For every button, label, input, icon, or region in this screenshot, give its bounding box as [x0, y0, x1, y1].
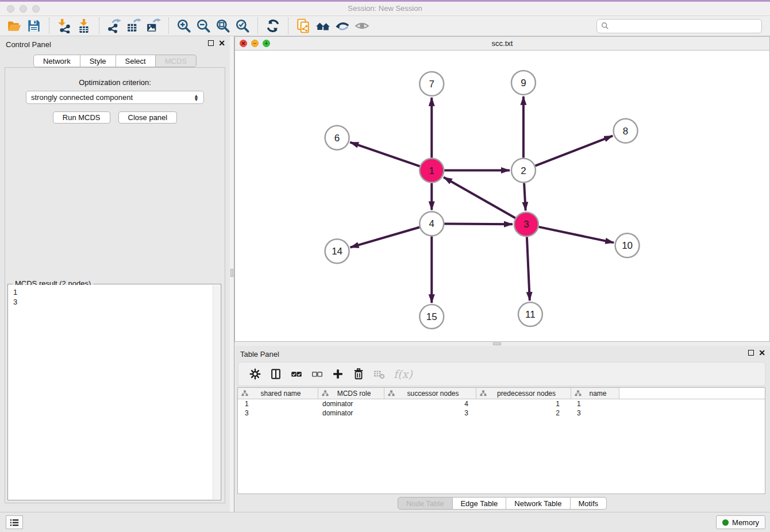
memory-button[interactable]: Memory	[716, 515, 765, 529]
column-header-predecessor-nodes[interactable]: predecessor nodes	[476, 388, 571, 399]
cell-shared-name: 3	[238, 408, 318, 418]
status-bar: Memory	[0, 512, 770, 532]
edge-4-3[interactable]	[444, 224, 513, 225]
apply-layout-button[interactable]	[263, 17, 283, 34]
result-scrollbar[interactable]	[213, 285, 220, 499]
memory-label: Memory	[732, 518, 759, 527]
memory-status-icon	[722, 519, 729, 526]
table-panel-header: Table Panel ✕	[234, 346, 770, 362]
edge-3-1[interactable]	[444, 177, 515, 218]
export-image-button[interactable]	[144, 17, 163, 34]
graph-node-6[interactable]: 6	[325, 126, 349, 150]
zoom-out-icon	[196, 18, 211, 33]
graph-node-11[interactable]: 11	[518, 302, 542, 326]
edge-1-6[interactable]	[350, 142, 419, 167]
refresh-icon	[265, 18, 280, 33]
mcds-panel: Optimization criterion: strongly connect…	[5, 67, 225, 503]
cell-predecessor-nodes: 2	[476, 408, 571, 418]
tab-mcds[interactable]: MCDS	[156, 55, 197, 67]
column-header-MCDS-role[interactable]: MCDS role	[318, 388, 384, 399]
graph-node-10[interactable]: 10	[615, 233, 640, 257]
create-column-button[interactable]	[329, 365, 346, 383]
run-mcds-button[interactable]: Run MCDS	[53, 111, 110, 124]
zoom-in-button[interactable]	[174, 17, 194, 34]
fit-content-button[interactable]	[213, 17, 233, 34]
splitter-grip[interactable]	[493, 342, 501, 345]
deselect-all-columns-button[interactable]	[309, 365, 326, 383]
hide-graphics-details-button[interactable]	[333, 17, 352, 34]
close-panel-icon[interactable]: ✕	[218, 40, 225, 46]
tab-style[interactable]: Style	[80, 55, 116, 67]
float-panel-icon[interactable]	[748, 350, 754, 356]
delete-column-button[interactable]	[350, 365, 367, 383]
export-network-button[interactable]	[105, 17, 124, 34]
show-graphics-details-button[interactable]	[352, 17, 372, 34]
graph-node-7[interactable]: 7	[419, 72, 444, 96]
import-table-button[interactable]	[74, 17, 94, 34]
table-row[interactable]: 3dominator323	[238, 408, 765, 418]
column-header-name[interactable]: name	[571, 388, 619, 399]
result-line: 1	[13, 287, 208, 297]
graph-node-1[interactable]: 1	[419, 159, 444, 183]
node-label: 7	[429, 79, 434, 90]
plus-icon	[332, 368, 344, 380]
hierarchy-icon	[322, 390, 329, 396]
graph-node-15[interactable]: 15	[419, 304, 444, 329]
column-layout-button[interactable]	[267, 365, 284, 383]
tab-network[interactable]: Network	[33, 55, 80, 67]
toolbar-separator	[99, 18, 99, 34]
zoom-selected-button[interactable]	[233, 17, 252, 34]
table-body: 1dominator4113dominator323	[238, 399, 765, 418]
graph-node-2[interactable]: 2	[511, 159, 536, 183]
task-history-button[interactable]	[6, 515, 23, 529]
criterion-select[interactable]: strongly connected component ▲▼	[26, 91, 204, 104]
column-header-successor-nodes[interactable]: successor nodes	[384, 388, 476, 399]
tab-network-table[interactable]: Network Table	[506, 497, 570, 510]
graph-node-3[interactable]: 3	[514, 212, 538, 236]
tab-edge-table[interactable]: Edge Table	[452, 497, 506, 510]
edge-4-14[interactable]	[351, 228, 420, 248]
vertical-splitter[interactable]	[230, 36, 234, 512]
close-panel-button[interactable]: Close panel	[118, 111, 178, 124]
table-row[interactable]: 1dominator411	[238, 399, 765, 408]
edge-2-3[interactable]	[524, 183, 526, 211]
global-search-field[interactable]	[596, 19, 762, 33]
tab-motifs[interactable]: Motifs	[570, 497, 607, 510]
graph-node-8[interactable]: 8	[614, 119, 638, 143]
export-network-icon	[107, 18, 122, 33]
open-session-button[interactable]	[5, 17, 24, 34]
float-panel-icon[interactable]	[208, 40, 214, 46]
edge-2-8[interactable]	[535, 136, 613, 165]
open-ndex-button[interactable]	[294, 17, 313, 34]
tab-node-table[interactable]: Node Table	[398, 497, 453, 510]
table-settings-button[interactable]	[247, 365, 264, 383]
select-all-columns-button[interactable]	[288, 365, 305, 383]
control-panel-header: Control Panel ✕	[0, 36, 230, 52]
save-session-button[interactable]	[24, 17, 44, 34]
search-input[interactable]	[612, 22, 757, 30]
first-neighbors-button[interactable]	[313, 17, 333, 34]
edge-3-11[interactable]	[527, 237, 530, 300]
optimization-criterion-label: Optimization criterion:	[5, 78, 225, 87]
network-canvas[interactable]: 7968124314101511	[235, 51, 769, 341]
fit-content-icon	[215, 18, 230, 33]
column-header-shared-name[interactable]: shared name	[238, 388, 318, 399]
open-folder-icon	[7, 18, 22, 33]
graph-node-14[interactable]: 14	[325, 239, 349, 263]
export-table-button[interactable]	[124, 17, 144, 34]
node-label: 3	[523, 219, 529, 230]
import-network-button[interactable]	[55, 17, 74, 34]
graph-node-9[interactable]: 9	[511, 71, 536, 95]
horizontal-splitter[interactable]	[234, 342, 770, 346]
close-panel-icon[interactable]: ✕	[759, 350, 765, 356]
zoom-out-button[interactable]	[194, 17, 213, 34]
import-network-icon	[57, 18, 72, 33]
splitter-grip[interactable]	[230, 269, 233, 277]
edge-3-10[interactable]	[538, 227, 614, 242]
node-label: 10	[622, 240, 633, 251]
save-disk-icon	[26, 18, 41, 33]
mcds-result-text[interactable]: 13	[9, 285, 213, 499]
control-panel-title: Control Panel	[6, 40, 51, 49]
graph-node-4[interactable]: 4	[419, 211, 444, 236]
tab-select[interactable]: Select	[116, 55, 156, 67]
